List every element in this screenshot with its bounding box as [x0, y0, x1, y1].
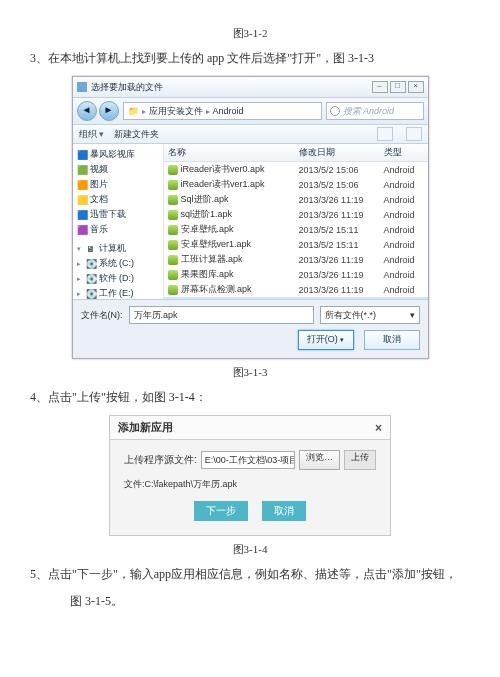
search-input[interactable]: 搜索 Android	[326, 102, 424, 120]
help-button[interactable]	[406, 127, 422, 141]
folder-icon: 📁	[128, 106, 139, 116]
filename-label: 文件名(N):	[81, 309, 123, 322]
sidebar-item-drive[interactable]: 💽软件 (D:)	[73, 271, 163, 286]
file-name: 安卓壁纸.apk	[181, 223, 234, 236]
paragraph-step-3: 3、在本地计算机上找到要上传的 app 文件后选择"打开"，图 3-1-3	[30, 49, 470, 68]
column-header-type[interactable]: 类型	[384, 146, 424, 159]
open-button[interactable]: 打开(O) ▾	[298, 330, 354, 350]
apk-file-icon	[168, 285, 178, 295]
paragraph-step-5: 5、点击"下一步"，输入app应用相应信息，例如名称、描述等，点击"添加"按钮，	[30, 565, 470, 584]
sidebar-item[interactable]: 🟩视频	[73, 162, 163, 177]
apk-file-icon	[168, 180, 178, 190]
file-row[interactable]: 安卓壁纸.apk2013/5/2 15:11Android	[164, 222, 428, 237]
file-date: 2013/5/2 15:06	[299, 180, 384, 190]
breadcrumb-segment[interactable]: 应用安装文件	[149, 105, 203, 118]
apk-file-icon	[168, 225, 178, 235]
file-type: Android	[384, 240, 424, 250]
cancel-button-upload[interactable]: 取消	[262, 501, 306, 521]
apk-file-icon	[168, 210, 178, 220]
minimize-button[interactable]: –	[372, 81, 388, 93]
paragraph-step-5b: 图 3-1-5。	[70, 593, 470, 610]
browse-button[interactable]: 浏览…	[299, 450, 340, 470]
nav-forward-button[interactable]: ►	[99, 101, 119, 121]
file-row[interactable]: iReader读书ver0.apk2013/5/2 15:06Android	[164, 162, 428, 177]
sidebar-item-computer[interactable]: 🖥计算机	[73, 241, 163, 256]
sidebar-item[interactable]: 🟧图片	[73, 177, 163, 192]
nav-back-button[interactable]: ◄	[77, 101, 97, 121]
file-type: Android	[384, 180, 424, 190]
file-date: 2013/5/2 15:06	[299, 165, 384, 175]
file-type: Android	[384, 165, 424, 175]
apk-file-icon	[168, 255, 178, 265]
file-date: 2013/5/2 15:11	[299, 225, 384, 235]
file-name: iReader读书ver0.apk	[181, 163, 265, 176]
chevron-right-icon: ▸	[142, 107, 146, 116]
new-folder-button[interactable]: 新建文件夹	[114, 128, 159, 141]
chevron-right-icon: ▸	[206, 107, 210, 116]
file-name: 果果图库.apk	[181, 268, 234, 281]
selected-file-label: 文件:C:\fakepath\万年历.apk	[124, 478, 376, 491]
file-row[interactable]: 安卓壁纸ver1.apk2013/5/2 15:11Android	[164, 237, 428, 252]
file-name: 万年历.apk	[181, 298, 225, 299]
dialog-titlebar: 选择要加载的文件 – □ ×	[73, 77, 428, 98]
next-step-button[interactable]: 下一步	[194, 501, 248, 521]
apk-file-icon	[168, 270, 178, 280]
upload-dialog-titlebar: 添加新应用 ×	[110, 416, 390, 440]
file-type: Android	[384, 210, 424, 220]
sidebar-item[interactable]: 🟦暴风影视库	[73, 147, 163, 162]
file-name: 安卓壁纸ver1.apk	[181, 238, 252, 251]
paragraph-step-4: 4、点击"上传"按钮，如图 3-1-4：	[30, 388, 470, 407]
figure-caption-3-1-3: 图3-1-3	[30, 365, 470, 380]
breadcrumb[interactable]: 📁 ▸ 应用安装文件 ▸ Android	[123, 102, 322, 120]
upload-button[interactable]: 上传	[344, 450, 376, 470]
organize-menu[interactable]: 组织	[79, 128, 105, 141]
dialog-toolbar: 组织 新建文件夹	[73, 125, 428, 144]
sidebar-item[interactable]: 🟨文档	[73, 192, 163, 207]
cancel-button[interactable]: 取消	[364, 330, 420, 350]
close-icon[interactable]: ×	[375, 421, 382, 435]
sidebar-item[interactable]: 🟪音乐	[73, 222, 163, 237]
file-date: 2013/3/26 11:19	[299, 210, 384, 220]
file-name: 屏幕坏点检测.apk	[181, 283, 252, 296]
file-row[interactable]: 屏幕坏点检测.apk2013/3/26 11:19Android	[164, 282, 428, 297]
breadcrumb-segment[interactable]: Android	[213, 106, 244, 116]
upload-path-input[interactable]: E:\00-工作文档\03-项目实施	[201, 451, 295, 469]
file-name: sql进阶1.apk	[181, 208, 233, 221]
file-type: Android	[384, 195, 424, 205]
file-date: 2013/3/26 11:19	[299, 255, 384, 265]
figure-caption-3-1-4: 图3-1-4	[30, 542, 470, 557]
file-list-header: 名称 修改日期 类型	[164, 144, 428, 162]
upload-dialog: 添加新应用 × 上传程序源文件: E:\00-工作文档\03-项目实施 浏览… …	[109, 415, 391, 536]
sidebar-item[interactable]: 🟦迅雷下载	[73, 207, 163, 222]
file-type: Android	[384, 255, 424, 265]
dialog-sidebar: 🟦暴风影视库 🟩视频 🟧图片 🟨文档 🟦迅雷下载 🟪音乐 🖥计算机 💽系统 (C…	[73, 144, 164, 299]
column-header-name[interactable]: 名称	[168, 146, 299, 159]
file-date: 2013/3/26 11:19	[299, 285, 384, 295]
maximize-button[interactable]: □	[390, 81, 406, 93]
file-open-dialog: 选择要加载的文件 – □ × ◄ ► 📁 ▸ 应用安装文件 ▸ Android …	[72, 76, 429, 359]
dialog-navbar: ◄ ► 📁 ▸ 应用安装文件 ▸ Android 搜索 Android	[73, 98, 428, 125]
column-header-date[interactable]: 修改日期	[299, 146, 384, 159]
file-row[interactable]: 工班计算器.apk2013/3/26 11:19Android	[164, 252, 428, 267]
file-type-filter[interactable]: 所有文件(*.*)▾	[320, 306, 420, 324]
file-row[interactable]: 万年历.apk2013/4/7 9:23Android	[164, 297, 428, 299]
file-type: Android	[384, 225, 424, 235]
window-icon	[77, 82, 87, 92]
file-row[interactable]: iReader读书ver1.apk2013/5/2 15:06Android	[164, 177, 428, 192]
apk-file-icon	[168, 195, 178, 205]
view-mode-button[interactable]	[377, 127, 393, 141]
file-row[interactable]: sql进阶1.apk2013/3/26 11:19Android	[164, 207, 428, 222]
dialog-title: 选择要加载的文件	[91, 81, 372, 94]
close-button[interactable]: ×	[408, 81, 424, 93]
dialog-footer: 文件名(N): 万年历.apk 所有文件(*.*)▾ 打开(O) ▾ 取消	[73, 299, 428, 358]
sidebar-item-drive[interactable]: 💽系统 (C:)	[73, 256, 163, 271]
apk-file-icon	[168, 240, 178, 250]
sidebar-item-drive[interactable]: 💽工作 (E:)	[73, 286, 163, 299]
file-date: 2013/3/26 11:19	[299, 270, 384, 280]
upload-dialog-title: 添加新应用	[118, 420, 173, 435]
file-row[interactable]: Sql进阶.apk2013/3/26 11:19Android	[164, 192, 428, 207]
filename-input[interactable]: 万年历.apk	[129, 306, 314, 324]
file-list: 名称 修改日期 类型 iReader读书ver0.apk2013/5/2 15:…	[164, 144, 428, 299]
file-date: 2013/5/2 15:11	[299, 240, 384, 250]
file-row[interactable]: 果果图库.apk2013/3/26 11:19Android	[164, 267, 428, 282]
